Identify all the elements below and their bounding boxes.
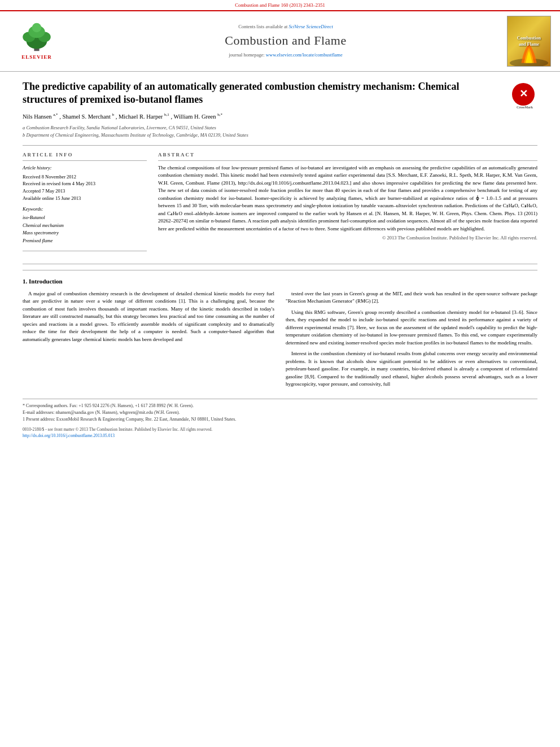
- revised-date: Received in revised form 4 May 2013: [23, 180, 147, 187]
- journal-title-area: Contents lists available at SciVerse Sci…: [68, 16, 504, 67]
- abstract-text: The chemical compositions of four low-pr…: [158, 164, 537, 233]
- homepage-link[interactable]: www.elsevier.com/locate/combustflame: [266, 52, 343, 58]
- intro-col2-p3: Interest in the combustion chemistry of …: [286, 350, 537, 388]
- intro-col-left: A major goal of combustion chemistry res…: [23, 290, 274, 392]
- authors-text4: , William H. Green: [170, 113, 217, 119]
- introduction-section: 1. Introduction A major goal of combusti…: [23, 270, 537, 392]
- divider-before-intro: [23, 264, 537, 264]
- corresponding-note: * Corresponding authors. Fax: +1 925 924…: [23, 403, 537, 409]
- author-sup-b2: b,1: [164, 112, 169, 117]
- abstract-label: ABSTRACT: [158, 151, 537, 161]
- authors-line: Nils Hansen a,* , Shamel S. Merchant b ,…: [23, 112, 537, 121]
- issn-line: 0010-2180/$ - see front matter © 2013 Th…: [23, 426, 537, 433]
- sciverse-link[interactable]: SciVerse ScienceDirect: [288, 24, 333, 29]
- svg-point-5: [32, 23, 42, 33]
- authors-text: Nils Hansen: [23, 113, 53, 119]
- journal-cover-area: Combustionand Flame: [504, 16, 554, 67]
- info-abstract-section: ARTICLE INFO Article history: Received 8…: [23, 151, 537, 256]
- intro-heading: 1. Introduction: [23, 277, 537, 286]
- journal-cover: Combustionand Flame: [507, 16, 551, 67]
- article-content: The predictive capability of an automati…: [0, 72, 560, 448]
- journal-volume-text: Combustion and Flame 160 (2013) 2343–235…: [235, 2, 325, 8]
- journal-homepage: journal homepage: www.elsevier.com/locat…: [229, 52, 343, 59]
- author-sup-a: a,*: [53, 112, 58, 117]
- doi-link[interactable]: http://dx.doi.org/10.1016/j.combustflame…: [23, 433, 537, 439]
- keyword-3: Mass spectrometry: [23, 229, 147, 237]
- journal-volume-bar: Combustion and Flame 160 (2013) 2343–235…: [0, 0, 560, 11]
- available-date: Available online 15 June 2013: [23, 195, 147, 202]
- history-label: Article history:: [23, 164, 147, 172]
- abstract-paragraph: The chemical compositions of four low-pr…: [158, 164, 537, 233]
- authors-text3: , Michael R. Harper: [116, 113, 164, 119]
- footer-issn: 0010-2180/$ - see front matter © 2013 Th…: [23, 426, 537, 439]
- keywords-list: iso-Butanol Chemical mechanism Mass spec…: [23, 214, 147, 244]
- accepted-date: Accepted 7 May 2013: [23, 187, 147, 195]
- affiliation-b: b Department of Chemical Engineering, Ma…: [23, 132, 537, 139]
- doi-link-text[interactable]: http://dx.doi.org/10.1016/j.combustflame…: [23, 433, 115, 438]
- keywords-group: Keywords: iso-Butanol Chemical mechanism…: [23, 206, 147, 245]
- intro-col-right: tested over the last years in Green's gr…: [286, 290, 537, 392]
- abstract-col: ABSTRACT The chemical compositions of fo…: [158, 151, 537, 256]
- keyword-2: Chemical mechanism: [23, 222, 147, 230]
- article-title-area: The predictive capability of an automati…: [23, 80, 537, 107]
- authors-text2: , Shamel S. Merchant: [59, 113, 112, 119]
- article-info-table: Article history: Received 8 November 201…: [23, 164, 147, 245]
- copyright-line: © 2013 The Combustion Institute. Publish…: [158, 235, 537, 242]
- homepage-text: journal homepage:: [229, 52, 266, 58]
- article-info-col: ARTICLE INFO Article history: Received 8…: [23, 151, 147, 256]
- elsevier-logo-area: ELSEVIER: [6, 16, 68, 67]
- footer-notes: * Corresponding authors. Fax: +1 925 924…: [23, 399, 537, 439]
- divider-after-affiliations: [23, 145, 537, 146]
- crossmark-label: CrossMark: [512, 106, 537, 110]
- elsevier-wordmark: ELSEVIER: [21, 54, 52, 61]
- article-title-text: The predictive capability of an automati…: [23, 81, 460, 105]
- elsevier-logo: ELSEVIER: [17, 21, 56, 61]
- intro-col2-p1: tested over the last years in Green's gr…: [286, 290, 537, 305]
- keyword-1: iso-Butanol: [23, 214, 147, 222]
- received-date: Received 8 November 2012: [23, 173, 147, 181]
- present-address-note: 1 Present address: ExxonMobil Research &…: [23, 416, 537, 423]
- keywords-label: Keywords:: [23, 206, 147, 213]
- article-info-label: ARTICLE INFO: [23, 151, 147, 161]
- elsevier-tree-icon: [17, 21, 56, 53]
- divider-keywords: [23, 251, 147, 251]
- crossmark-icon: ✕: [512, 83, 535, 106]
- intro-p1: A major goal of combustion chemistry res…: [23, 290, 274, 344]
- cover-title-text: Combustionand Flame: [515, 33, 542, 49]
- sciverse-line: Contents lists available at SciVerse Sci…: [238, 24, 333, 30]
- intro-two-col: A major goal of combustion chemistry res…: [23, 290, 537, 392]
- history-group: Article history: Received 8 November 201…: [23, 164, 147, 202]
- journal-header: ELSEVIER Contents lists available at Sci…: [0, 11, 560, 72]
- author-sup-b: b: [112, 112, 115, 117]
- keyword-4: Premixed flame: [23, 237, 147, 245]
- author-sup-b3: b,*: [217, 112, 222, 117]
- affiliation-a: a Combustion Research Facility, Sandia N…: [23, 124, 537, 132]
- intro-col2-p2: Using this RMG software, Green's group r…: [286, 309, 537, 347]
- page: Combustion and Flame 160 (2013) 2343–235…: [0, 0, 560, 747]
- affiliations: a Combustion Research Facility, Sandia N…: [23, 124, 537, 139]
- journal-title: Combustion and Flame: [225, 32, 346, 50]
- email-note: E-mail addresses: nhansen@sandia.gov (N.…: [23, 409, 537, 416]
- crossmark-badge: ✕ CrossMark: [512, 83, 537, 108]
